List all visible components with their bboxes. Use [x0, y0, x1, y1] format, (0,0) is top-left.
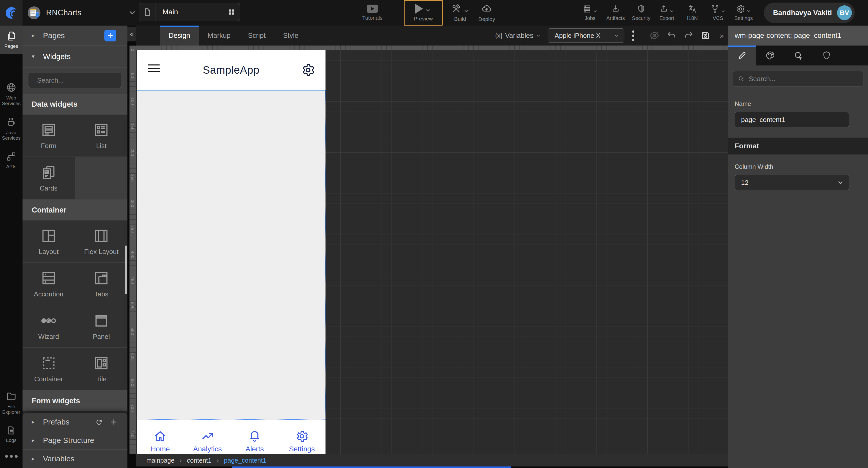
rail-item-pages[interactable]: Pages	[0, 26, 23, 54]
properties-search-box[interactable]	[733, 71, 863, 87]
collapse-left-panel-button[interactable]: «	[127, 27, 136, 41]
security-menu-item[interactable]: Security	[630, 0, 652, 26]
more-options-kebab-icon[interactable]	[631, 30, 636, 41]
prefabs-collapse-triangle-icon[interactable]: ▸	[32, 419, 38, 425]
shield-icon	[822, 51, 831, 60]
toggle-visibility-icon[interactable]	[649, 30, 660, 41]
add-page-button[interactable]	[104, 30, 116, 41]
pencil-icon	[737, 51, 747, 60]
cursor-select-icon	[793, 51, 804, 61]
preview-button[interactable]: Preview	[404, 0, 443, 26]
accordion-tile-label: Accordion	[34, 290, 63, 298]
build-chevron-icon[interactable]	[463, 8, 469, 14]
variables-section-row[interactable]: ▸ Variables	[23, 449, 127, 468]
jobs-menu-item[interactable]: Jobs	[579, 0, 601, 26]
tab-script[interactable]: Script	[239, 26, 274, 45]
app-tabbar: Home Analytics Alerts Settings	[137, 420, 326, 454]
wavemaker-logo[interactable]	[0, 0, 23, 26]
chevron-down-icon[interactable]	[128, 8, 137, 17]
save-icon[interactable]	[701, 31, 710, 40]
left-panel-scrollbar[interactable]	[125, 245, 127, 294]
collapse-right-panel-button[interactable]: »	[720, 31, 724, 40]
export-menu-item[interactable]: Export	[656, 0, 678, 26]
i18n-menu-item[interactable]: I18N	[681, 0, 704, 26]
panel-tile-label: Panel	[93, 333, 110, 341]
tab-styles[interactable]	[756, 45, 784, 65]
widget-tile-flex-layout[interactable]: Flex Layout	[75, 221, 127, 262]
project-switcher[interactable]: RNCharts	[28, 0, 137, 26]
widget-search-box[interactable]	[28, 73, 122, 88]
tabbar-item-alerts[interactable]: Alerts	[231, 420, 278, 454]
name-field-input[interactable]	[735, 112, 849, 127]
data-widgets-section-header: Data widgets	[23, 94, 127, 114]
preview-chevron-icon[interactable]	[425, 7, 431, 13]
left-icon-rail: Pages Web Services Java Services APIs Fi…	[0, 26, 23, 468]
pages-collapse-triangle-icon[interactable]: ▸	[32, 32, 38, 39]
breadcrumb-page-content1[interactable]: page_content1	[224, 457, 266, 464]
home-label: Home	[151, 445, 170, 453]
rail-more-button[interactable]	[0, 448, 23, 468]
redo-icon[interactable]	[684, 31, 693, 40]
tab-markup[interactable]: Markup	[199, 26, 239, 45]
widget-tile-list[interactable]: List	[75, 114, 127, 157]
widget-tile-container[interactable]: Container	[23, 348, 75, 390]
widget-tile-wizard[interactable]: Wizard	[23, 305, 75, 347]
user-account-button[interactable]: Bandhavya Vakiti BV	[764, 3, 855, 23]
artifacts-menu-item[interactable]: Artifacts	[605, 0, 627, 26]
widget-tile-panel[interactable]: Panel	[75, 305, 127, 347]
tab-style[interactable]: Style	[274, 26, 307, 45]
properties-search-input[interactable]	[749, 75, 859, 83]
pages-section-label: Pages	[43, 31, 65, 40]
add-prefab-icon[interactable]	[110, 418, 118, 426]
tab-events[interactable]	[784, 45, 812, 65]
tab-security[interactable]	[812, 45, 841, 65]
build-button[interactable]: Build	[447, 0, 473, 26]
prefabs-section-row[interactable]: ▸ Prefabs	[23, 413, 127, 431]
breadcrumb-content1[interactable]: content1	[187, 457, 211, 464]
page-tab-main[interactable]: Main	[139, 3, 240, 21]
rail-item-web-services[interactable]: Web Services	[0, 77, 23, 111]
phone-device-canvas[interactable]: SampleApp Home Analytics Alerts Settings	[137, 50, 326, 454]
widget-tile-tabs[interactable]: Tabs	[75, 263, 127, 305]
data-widgets-grid: Form List Cards	[23, 114, 127, 199]
rail-item-java-services[interactable]: Java Services	[0, 111, 23, 146]
settings-menu-item[interactable]: Settings	[733, 0, 755, 26]
widget-tile-tile[interactable]: Tile	[75, 348, 127, 390]
page-structure-section-row[interactable]: ▸ Page Structure	[23, 431, 127, 449]
form-widgets-section-header: Form widgets	[23, 390, 127, 411]
variables-collapse-triangle-icon[interactable]: ▸	[32, 456, 38, 462]
tabbar-item-settings[interactable]: Settings	[278, 420, 326, 454]
widget-tile-layout[interactable]: Layout	[23, 221, 75, 262]
pages-section-row[interactable]: ▸ Pages	[23, 26, 127, 45]
tutorials-button[interactable]: Tutorials	[358, 0, 386, 26]
undo-icon[interactable]	[667, 31, 677, 40]
app-navbar[interactable]: SampleApp	[137, 50, 326, 91]
tab-design[interactable]: Design	[160, 26, 199, 45]
tabbar-item-home[interactable]: Home	[137, 420, 184, 454]
widget-tile-accordion[interactable]: Accordion	[23, 263, 75, 305]
tabbar-item-analytics[interactable]: Analytics	[184, 420, 231, 454]
device-selector[interactable]: Apple iPhone X	[548, 28, 624, 43]
rail-item-logs[interactable]: Logs	[0, 420, 23, 448]
deploy-button[interactable]: Deploy	[474, 0, 499, 26]
left-widgets-panel: ▸ Pages ▾ Widgets Data widgets Form List…	[23, 26, 127, 468]
rail-item-apis[interactable]: APIs	[0, 146, 23, 175]
widgets-expand-triangle-icon[interactable]: ▾	[32, 53, 38, 60]
vcs-menu-item[interactable]: VCS	[707, 0, 729, 26]
breadcrumb-mainpage[interactable]: mainpage	[146, 457, 175, 464]
breadcrumb-chevron-icon: ›	[216, 457, 219, 464]
widget-tile-cards[interactable]: Cards	[23, 157, 75, 199]
refresh-prefabs-icon[interactable]	[95, 418, 103, 426]
widget-search-input[interactable]	[37, 76, 123, 85]
tab-properties-edit[interactable]	[728, 45, 756, 65]
column-width-select[interactable]: 12	[735, 175, 849, 190]
page-content-selected-area[interactable]	[137, 91, 326, 420]
horizontal-ruler	[135, 45, 728, 50]
widget-tile-form[interactable]: Form	[23, 114, 75, 157]
widgets-section-row[interactable]: ▾ Widgets	[23, 45, 127, 68]
app-settings-gear-icon[interactable]	[301, 63, 315, 77]
variables-dropdown[interactable]: {x} Variables	[495, 32, 541, 40]
pages-grid-icon[interactable]	[223, 8, 240, 16]
page-structure-collapse-triangle-icon[interactable]: ▸	[32, 437, 38, 444]
rail-item-file-explorer[interactable]: File Explorer	[0, 386, 23, 420]
